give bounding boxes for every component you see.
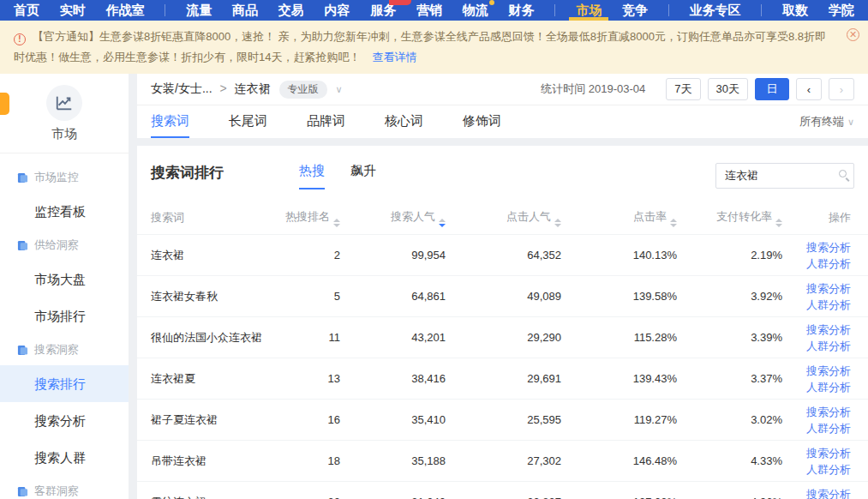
nav-service[interactable]: 服务: [370, 0, 396, 21]
close-icon[interactable]: ✕: [847, 28, 859, 41]
col-click-pop[interactable]: 点击人气: [446, 209, 561, 227]
col-search-pop[interactable]: 搜索人气: [340, 209, 446, 227]
search-analysis-link[interactable]: 搜索分析: [782, 486, 851, 499]
cell-rank: 11: [279, 331, 340, 344]
cell-cvr: 2.19%: [677, 249, 782, 262]
tab-long-tail-words[interactable]: 长尾词: [229, 105, 267, 138]
breadcrumb[interactable]: 女装/女士... > 连衣裙: [151, 81, 271, 97]
cell-search-pop: 35,188: [340, 454, 446, 467]
table-row: 很仙的法国小众连衣裙 11 43,201 29,290 115.28% 3.39…: [137, 316, 868, 358]
nav-data-extract[interactable]: 取数: [782, 0, 808, 21]
next-date-button[interactable]: ›: [829, 78, 854, 100]
period-7d-button[interactable]: 7天: [666, 78, 700, 100]
subtab-rising[interactable]: 飙升: [350, 163, 376, 189]
audience-analysis-link[interactable]: 人群分析: [782, 461, 851, 478]
search-analysis-link[interactable]: 搜索分析: [782, 322, 851, 338]
nav-trade[interactable]: 交易: [278, 0, 304, 21]
tab-brand-words[interactable]: 品牌词: [307, 105, 345, 138]
nav-content[interactable]: 内容: [324, 0, 350, 21]
keyword-search-input[interactable]: [715, 163, 854, 189]
cell-search-pop: 31,040: [340, 496, 446, 499]
sidebar-item-search-analysis[interactable]: 搜索分析: [0, 402, 129, 439]
sort-icon[interactable]: [554, 219, 561, 227]
chevron-down-icon[interactable]: ∨: [336, 84, 343, 95]
sidebar-group-supply-insight: 供给洞察: [0, 230, 129, 261]
prev-date-button[interactable]: ‹: [796, 78, 822, 100]
group-label: 市场监控: [34, 170, 79, 185]
search-icon[interactable]: [839, 170, 847, 177]
group-label: 搜索洞察: [34, 342, 79, 358]
table-row: 连衣裙女春秋 5 64,861 49,089 139.58% 3.92% 搜索分…: [137, 275, 868, 316]
side-float-button[interactable]: [0, 93, 9, 115]
sidebar-item-market-ranking[interactable]: 市场排行: [0, 298, 129, 334]
view-details-link[interactable]: 查看详情: [372, 51, 416, 63]
cell-rank: 2: [279, 249, 340, 262]
group-label: 客群洞察: [34, 484, 79, 499]
col-label: 点击率: [633, 210, 667, 223]
audience-analysis-link[interactable]: 人群分析: [782, 420, 851, 436]
sidebar-item-search-ranking[interactable]: 搜索排行: [0, 365, 129, 402]
audience-analysis-link[interactable]: 人群分析: [782, 338, 851, 354]
col-label: 搜索人气: [391, 210, 435, 223]
nav-academy[interactable]: 学院: [829, 0, 854, 21]
cell-rank: 5: [279, 290, 340, 303]
col-cvr[interactable]: 支付转化率: [677, 209, 782, 227]
cell-ctr: 139.43%: [561, 372, 677, 385]
search-analysis-link[interactable]: 搜索分析: [782, 404, 851, 420]
search-analysis-link[interactable]: 搜索分析: [782, 363, 851, 379]
sort-icon[interactable]: [333, 219, 340, 227]
subtab-hot-search[interactable]: 热搜: [299, 163, 325, 189]
nav-product[interactable]: 商品: [232, 0, 258, 21]
cell-click-pop: 25,595: [446, 413, 561, 426]
nav-war-room[interactable]: 作战室: [106, 0, 145, 21]
search-analysis-link[interactable]: 搜索分析: [782, 239, 851, 256]
sort-icon[interactable]: [775, 219, 782, 227]
sidebar-item-monitor-board[interactable]: 监控看板: [0, 193, 129, 230]
nav-business-zone[interactable]: 业务专区: [690, 0, 741, 21]
sidebar-group-market-monitor: 市场监控: [0, 162, 129, 193]
chevron-down-icon: ∨: [847, 117, 854, 127]
nav-traffic[interactable]: 流量: [186, 0, 212, 21]
period-day-button[interactable]: 日: [755, 78, 789, 100]
promo-banner: !【官方通知】生意参谋8折钜惠直降8000，速抢！ 亲，为助力您新年冲刺，生意参…: [0, 21, 868, 74]
breadcrumb-category[interactable]: 女装/女士...: [151, 81, 213, 95]
cell-keyword: 很仙的法国小众连衣裙: [151, 330, 279, 346]
cell-rank: 13: [279, 372, 340, 385]
nav-home[interactable]: 首页: [14, 0, 39, 21]
notification-dot-icon: [489, 0, 494, 5]
audience-analysis-link[interactable]: 人群分析: [782, 256, 851, 272]
cell-keyword: 连衣裙: [151, 248, 279, 263]
search-analysis-link[interactable]: 搜索分析: [782, 445, 851, 461]
nav-realtime[interactable]: 实时: [60, 0, 86, 21]
nav-logistics[interactable]: 物流: [463, 0, 488, 21]
sidebar-item-search-audience[interactable]: 搜索人群: [0, 439, 129, 476]
cell-search-pop: 43,201: [340, 331, 446, 344]
tab-core-words[interactable]: 核心词: [385, 105, 423, 138]
sidebar-item-market-dashboard[interactable]: 市场大盘: [0, 261, 129, 298]
group-label: 供给洞察: [34, 237, 79, 253]
nav-competition[interactable]: 竞争: [622, 0, 648, 21]
breadcrumb-current[interactable]: 连衣裙: [235, 81, 271, 95]
terminal-dropdown[interactable]: 所有终端∨: [799, 114, 854, 129]
tab-modifier-words[interactable]: 修饰词: [463, 105, 501, 138]
nav-marketing[interactable]: 营销: [416, 0, 442, 21]
audience-analysis-link[interactable]: 人群分析: [782, 297, 851, 313]
audience-analysis-link[interactable]: 人群分析: [782, 379, 851, 395]
cell-rank: 16: [279, 413, 340, 426]
top-navigation: 首页 实时 作战室 流量 商品 交易 内容 服务 营销 物流 财务 市场 竞争 …: [0, 0, 868, 21]
table-row: 雪纺连衣裙 22 31,040 23,837 137.03% 4.96% 搜索分…: [137, 481, 868, 499]
nav-logistics-label: 物流: [463, 3, 488, 17]
col-ctr[interactable]: 点击率: [561, 209, 677, 227]
col-rank[interactable]: 热搜排名: [279, 209, 340, 227]
sidebar: 市场 市场监控 监控看板 供给洞察 市场大盘 市场排行 搜索洞察 搜索排行 搜索…: [0, 74, 129, 499]
cell-keyword: 雪纺连衣裙: [151, 495, 279, 499]
cell-click-pop: 29,691: [446, 372, 561, 385]
nav-divider: [165, 4, 165, 16]
nav-market[interactable]: 市场: [576, 0, 602, 21]
nav-finance[interactable]: 财务: [509, 0, 535, 21]
sort-icon-active-desc[interactable]: [439, 219, 446, 227]
sort-icon[interactable]: [670, 219, 677, 227]
tab-search-words[interactable]: 搜索词: [151, 105, 189, 138]
period-30d-button[interactable]: 30天: [708, 78, 748, 100]
search-analysis-link[interactable]: 搜索分析: [782, 280, 851, 297]
